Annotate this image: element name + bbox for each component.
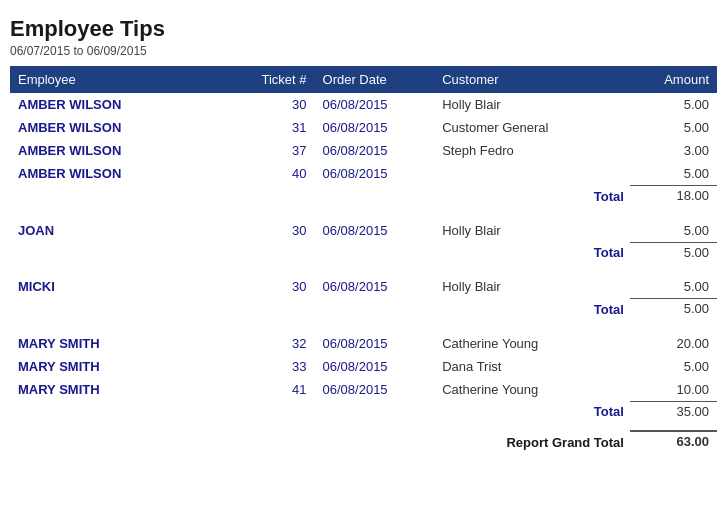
- cell-employee: AMBER WILSON: [10, 162, 228, 186]
- total-spacer: [10, 401, 434, 422]
- cell-employee: MICKI: [10, 275, 228, 299]
- table-row: MARY SMITH 33 06/08/2015 Dana Trist 5.00: [10, 355, 717, 378]
- table-row: MARY SMITH 32 06/08/2015 Catherine Young…: [10, 332, 717, 355]
- group-total-row: Total 18.00: [10, 186, 717, 207]
- group-total-row: Total 5.00: [10, 299, 717, 320]
- cell-customer: Steph Fedro: [434, 139, 630, 162]
- col-header-ticket: Ticket #: [228, 66, 315, 93]
- cell-orderdate: 06/08/2015: [315, 378, 435, 402]
- col-header-employee: Employee: [10, 66, 228, 93]
- cell-orderdate: 06/08/2015: [315, 219, 435, 243]
- cell-amount: 5.00: [630, 162, 717, 186]
- cell-employee: AMBER WILSON: [10, 93, 228, 116]
- total-value: 5.00: [630, 299, 717, 320]
- cell-employee: MARY SMITH: [10, 355, 228, 378]
- table-row: MARY SMITH 41 06/08/2015 Catherine Young…: [10, 378, 717, 402]
- grand-total-spacer-cell: [10, 431, 434, 454]
- table-row: AMBER WILSON 40 06/08/2015 5.00: [10, 162, 717, 186]
- cell-employee: MARY SMITH: [10, 378, 228, 402]
- cell-ticket: 32: [228, 332, 315, 355]
- cell-ticket: 30: [228, 275, 315, 299]
- table-row: MICKI 30 06/08/2015 Holly Blair 5.00: [10, 275, 717, 299]
- cell-customer: [434, 162, 630, 186]
- group-spacer: [10, 207, 717, 219]
- cell-customer: Customer General: [434, 116, 630, 139]
- report-table: Employee Ticket # Order Date Customer Am…: [10, 66, 717, 454]
- col-header-amount: Amount: [630, 66, 717, 93]
- total-value: 18.00: [630, 186, 717, 207]
- cell-customer: Holly Blair: [434, 93, 630, 116]
- cell-customer: Holly Blair: [434, 219, 630, 243]
- cell-ticket: 30: [228, 219, 315, 243]
- cell-orderdate: 06/08/2015: [315, 275, 435, 299]
- cell-orderdate: 06/08/2015: [315, 139, 435, 162]
- total-label: Total: [434, 186, 630, 207]
- total-value: 35.00: [630, 401, 717, 422]
- total-spacer: [10, 242, 434, 263]
- cell-amount: 20.00: [630, 332, 717, 355]
- report-title: Employee Tips: [10, 16, 717, 42]
- grand-total-value: 63.00: [630, 431, 717, 454]
- cell-amount: 3.00: [630, 139, 717, 162]
- table-row: JOAN 30 06/08/2015 Holly Blair 5.00: [10, 219, 717, 243]
- report-date: 06/07/2015 to 06/09/2015: [10, 44, 717, 58]
- cell-employee: AMBER WILSON: [10, 139, 228, 162]
- cell-orderdate: 06/08/2015: [315, 332, 435, 355]
- grand-total-row: Report Grand Total 63.00: [10, 431, 717, 454]
- grand-total-label: Report Grand Total: [434, 431, 630, 454]
- cell-orderdate: 06/08/2015: [315, 116, 435, 139]
- group-total-row: Total 5.00: [10, 242, 717, 263]
- cell-orderdate: 06/08/2015: [315, 355, 435, 378]
- table-row: AMBER WILSON 37 06/08/2015 Steph Fedro 3…: [10, 139, 717, 162]
- grand-total-spacer: [10, 422, 717, 431]
- col-header-orderdate: Order Date: [315, 66, 435, 93]
- cell-ticket: 33: [228, 355, 315, 378]
- cell-employee: AMBER WILSON: [10, 116, 228, 139]
- group-spacer: [10, 263, 717, 275]
- table-row: AMBER WILSON 30 06/08/2015 Holly Blair 5…: [10, 93, 717, 116]
- cell-customer: Holly Blair: [434, 275, 630, 299]
- cell-orderdate: 06/08/2015: [315, 162, 435, 186]
- cell-ticket: 30: [228, 93, 315, 116]
- group-spacer: [10, 320, 717, 332]
- cell-amount: 5.00: [630, 93, 717, 116]
- cell-employee: MARY SMITH: [10, 332, 228, 355]
- cell-amount: 5.00: [630, 355, 717, 378]
- cell-ticket: 41: [228, 378, 315, 402]
- cell-orderdate: 06/08/2015: [315, 93, 435, 116]
- total-spacer: [10, 186, 434, 207]
- total-label: Total: [434, 242, 630, 263]
- cell-ticket: 31: [228, 116, 315, 139]
- group-total-row: Total 35.00: [10, 401, 717, 422]
- col-header-customer: Customer: [434, 66, 630, 93]
- cell-customer: Catherine Young: [434, 378, 630, 402]
- cell-ticket: 37: [228, 139, 315, 162]
- cell-customer: Dana Trist: [434, 355, 630, 378]
- cell-amount: 5.00: [630, 219, 717, 243]
- total-label: Total: [434, 299, 630, 320]
- cell-employee: JOAN: [10, 219, 228, 243]
- cell-customer: Catherine Young: [434, 332, 630, 355]
- cell-amount: 5.00: [630, 116, 717, 139]
- total-label: Total: [434, 401, 630, 422]
- total-spacer: [10, 299, 434, 320]
- total-value: 5.00: [630, 242, 717, 263]
- cell-amount: 10.00: [630, 378, 717, 402]
- cell-ticket: 40: [228, 162, 315, 186]
- cell-amount: 5.00: [630, 275, 717, 299]
- table-row: AMBER WILSON 31 06/08/2015 Customer Gene…: [10, 116, 717, 139]
